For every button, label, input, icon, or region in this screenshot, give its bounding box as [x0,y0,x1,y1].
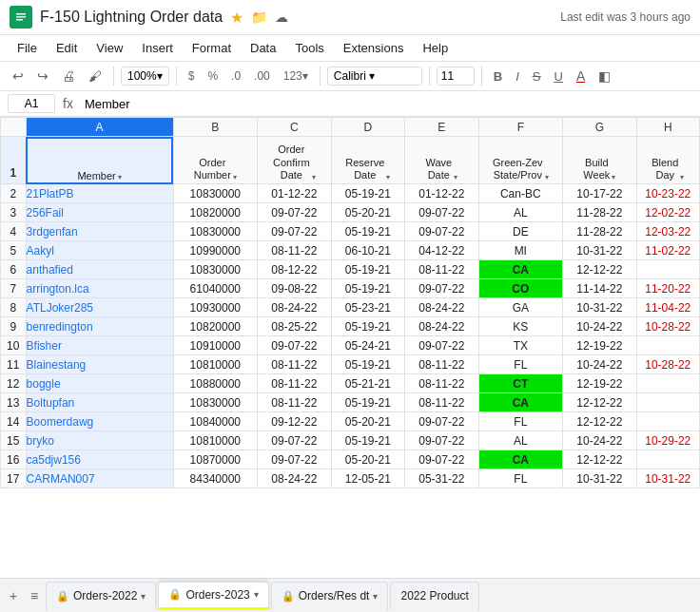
cell-order-number[interactable]: 10990000 [173,241,258,260]
cell-confirm-date[interactable]: 09-07-22 [258,431,331,450]
col-header-e[interactable]: E [405,118,478,137]
strikethrough-button[interactable]: S [528,67,546,86]
cell-wave-date[interactable]: 09-07-22 [405,203,478,222]
add-sheet-button[interactable]: + [4,586,23,605]
cell-build-week[interactable]: 10-31-22 [563,241,636,260]
cell-wave-date[interactable]: 08-11-22 [405,393,478,412]
tab-2022-product[interactable]: 2022 Product [390,582,478,610]
cell-confirm-date[interactable]: 09-12-22 [258,412,331,431]
cell-blend-day[interactable]: 10-23-22 [636,184,699,203]
cell-confirm-date[interactable]: 08-11-22 [258,355,331,374]
cell-green-zev[interactable]: KS [478,317,563,336]
cell-wave-date[interactable]: 09-07-22 [405,431,478,450]
menu-extensions[interactable]: Extensions [336,37,412,59]
cell-wave-date[interactable]: 08-11-22 [405,260,478,279]
cell-build-week[interactable]: 12-19-22 [563,374,636,393]
percent-button[interactable]: % [203,67,223,86]
cell-reserve-date[interactable]: 05-19-21 [331,393,404,412]
tab-orders-2022[interactable]: 🔒 Orders-2022 ▾ [46,582,156,610]
cell-member[interactable]: Boltupfan [26,393,173,412]
cell-member[interactable]: benredington [26,317,173,336]
cell-reference[interactable] [8,94,55,113]
cell-order-number[interactable]: 10820000 [173,203,258,222]
cell-order-number[interactable]: 10810000 [173,355,258,374]
cell-confirm-date[interactable]: 09-07-22 [258,336,331,355]
cell-reserve-date[interactable]: 05-19-21 [331,317,404,336]
cell-green-zev[interactable]: CO [478,279,563,298]
cell-wave-date[interactable]: 08-24-22 [405,317,478,336]
cell-order-number[interactable]: 10870000 [173,450,258,469]
cell-build-week[interactable]: 10-24-22 [563,317,636,336]
col-header-a[interactable]: A [26,118,173,137]
cell-build-week[interactable]: 12-12-22 [563,260,636,279]
cell-blend-day[interactable]: 12-02-22 [636,203,699,222]
cell-confirm-date[interactable]: 08-24-22 [258,469,331,488]
cell-green-zev[interactable]: MI [478,241,563,260]
cell-order-number[interactable]: 10830000 [173,260,258,279]
cell-order-number[interactable]: 61040000 [173,279,258,298]
cell-green-zev[interactable]: FL [478,469,563,488]
cell-order-number[interactable]: 10880000 [173,374,258,393]
cell-confirm-date[interactable]: 08-12-22 [258,260,331,279]
cell-confirm-date[interactable]: 09-08-22 [258,279,331,298]
cell-order-number[interactable]: 10830000 [173,393,258,412]
cell-confirm-date[interactable]: 09-07-22 [258,222,331,241]
cell-confirm-date[interactable]: 08-24-22 [258,298,331,317]
cell-member[interactable]: arrington.lca [26,279,173,298]
cell-wave-date[interactable]: 09-07-22 [405,412,478,431]
cell-build-week[interactable]: 12-19-22 [563,336,636,355]
cell-order-number[interactable]: 10910000 [173,336,258,355]
cell-blend-day[interactable] [636,450,699,469]
cell-member[interactable]: bryko [26,431,173,450]
cell-green-zev[interactable]: AL [478,203,563,222]
cell-wave-date[interactable]: 08-11-22 [405,374,478,393]
green-zev-filter-icon[interactable]: ▾ [545,173,549,182]
cell-green-zev[interactable]: CA [478,260,563,279]
cell-member[interactable]: ATLJoker285 [26,298,173,317]
underline-button[interactable]: U [549,67,567,86]
cell-wave-date[interactable]: 01-12-22 [405,184,478,203]
cell-wave-date[interactable]: 09-07-22 [405,222,478,241]
cell-reserve-date[interactable]: 05-19-21 [331,355,404,374]
redo-button[interactable]: ↪ [32,66,53,86]
cell-green-zev[interactable]: CT [478,374,563,393]
col-header-g[interactable]: G [563,118,636,137]
header-green-zev[interactable]: Green-ZevState/Prov ▾ [478,137,563,184]
print-button[interactable]: 🖨 [57,66,80,86]
blend-day-filter-icon[interactable]: ▾ [680,173,684,182]
cell-reserve-date[interactable]: 05-20-21 [331,203,404,222]
bold-button[interactable]: B [489,67,507,86]
cell-confirm-date[interactable]: 01-12-22 [258,184,331,203]
cell-build-week[interactable]: 12-12-22 [563,393,636,412]
folder-icon[interactable]: 📁 [251,10,267,25]
cell-green-zev[interactable]: GA [478,298,563,317]
cell-member[interactable]: anthafied [26,260,173,279]
col-header-c[interactable]: C [258,118,331,137]
cell-build-week[interactable]: 10-24-22 [563,355,636,374]
cell-member[interactable]: Boomerdawg [26,412,173,431]
cell-green-zev[interactable]: FL [478,412,563,431]
cell-reserve-date[interactable]: 05-19-21 [331,260,404,279]
italic-button[interactable]: I [511,67,524,86]
cell-reserve-date[interactable]: 05-19-21 [331,431,404,450]
header-order-number[interactable]: OrderNumber ▾ [173,137,258,184]
cell-wave-date[interactable]: 08-11-22 [405,355,478,374]
header-wave-date[interactable]: WaveDate ▾ [405,137,478,184]
cell-reserve-date[interactable]: 06-10-21 [331,241,404,260]
cell-green-zev[interactable]: DE [478,222,563,241]
cell-order-number[interactable]: 10820000 [173,317,258,336]
build-week-filter-icon[interactable]: ▾ [612,173,615,182]
cell-green-zev[interactable]: TX [478,336,563,355]
star-icon[interactable]: ★ [230,9,243,27]
cell-reserve-date[interactable]: 05-20-21 [331,450,404,469]
cell-reserve-date[interactable]: 05-19-21 [331,184,404,203]
cell-order-number[interactable]: 10830000 [173,222,258,241]
cell-build-week[interactable]: 10-31-22 [563,298,636,317]
order-number-filter-icon[interactable]: ▾ [233,173,237,182]
cell-order-number[interactable]: 10840000 [173,412,258,431]
paint-format-button[interactable]: 🖌 [84,66,107,86]
cell-green-zev[interactable]: CA [478,450,563,469]
cell-blend-day[interactable] [636,260,699,279]
reserve-date-filter-icon[interactable]: ▾ [386,173,390,182]
cell-member[interactable]: boggle [26,374,173,393]
